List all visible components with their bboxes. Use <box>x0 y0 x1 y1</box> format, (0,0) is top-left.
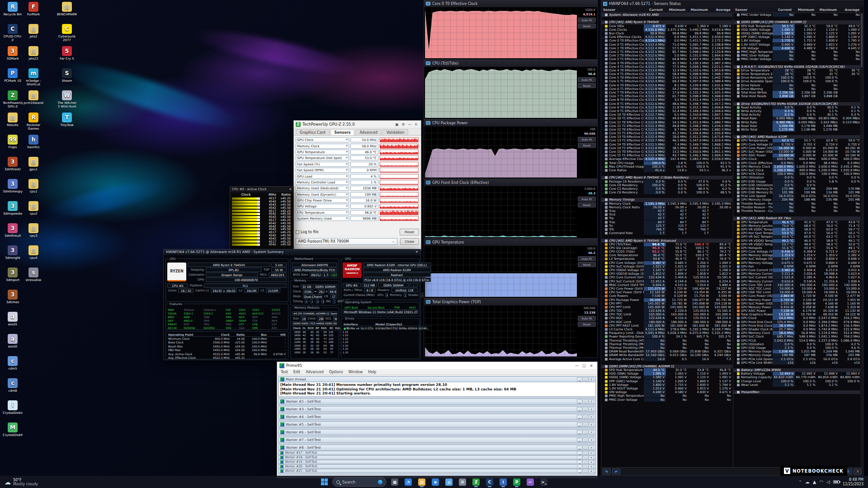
sensor-row[interactable]: CPU TDC122.634 A2.229 A125.053 A55.591 A <box>601 309 732 313</box>
taskbar-clock[interactable]: 8:48 PM 11/21/2023 <box>843 478 863 487</box>
gpuz-tab-advanced[interactable]: Advanced <box>355 129 382 135</box>
sensor-row[interactable]: Trc125 T125 T125 T <box>601 224 732 228</box>
sensor-row[interactable]: Frequency Limit - Global5,091.9 MHz5,028… <box>601 331 732 335</box>
sensor-row[interactable]: GPU SOC TDC Limit53.000 A53.000 A53.000 … <box>733 287 861 291</box>
sensor-row[interactable]: GPU SoC Voltage (VDDCR_SOC)0.687 V0.685 … <box>733 257 861 261</box>
worker-window[interactable]: Worker #7 - Self-Test▁□✕ <box>278 437 596 443</box>
sensor-row[interactable]: GPU Core Power (VDDCR_GFX)56.000 W0.000 … <box>733 146 861 150</box>
minimize-icon[interactable]: ▁ <box>577 460 582 464</box>
gpuz-device-dropdown[interactable]: AMD Radeon(TM) RX 7900M <box>296 238 397 245</box>
sensor-row[interactable]: GPU Core TDC Limit192.000 A192.000 A192.… <box>733 283 861 287</box>
sensor-row[interactable]: Drive Temperature 228 °C28 °C31 °C30 °C <box>733 72 861 76</box>
sensor-row[interactable]: CPU Core Power (SVI3 TFN)121.073 W1.720 … <box>601 287 732 291</box>
sensor-row[interactable]: ›L3 Temperatures93.8 °C46.9 °C97.6 °C76.… <box>601 257 732 261</box>
sensor-row[interactable]: 1.8V Voltage1.800 V1.755 V1.830 V1.794 V <box>601 383 732 387</box>
sensor-row[interactable]: GPU SoC Clock1,200.0 MHz400.0 MHz1,200.0… <box>733 169 861 172</box>
sensor-row[interactable]: Trcd42 T42 T42 T <box>601 213 732 216</box>
sensor-row[interactable]: GPU D3D Usage2.3 %0.0 %100.0 %4.6 % <box>733 346 861 350</box>
sensor-row[interactable]: Power Reporting Deviation (Accuracy)100.… <box>601 335 732 338</box>
desktop-icon[interactable]: 33dmfirestr <box>3 157 23 171</box>
maximize-icon[interactable]: □ <box>583 460 588 464</box>
sensor-row[interactable]: CPU SoC Power (SVI3 TFN)12.165 W4.234 W1… <box>601 291 732 294</box>
close-icon[interactable]: ✕ <box>415 250 418 255</box>
minimize-icon[interactable]: ▁ <box>577 415 582 419</box>
sensor-row[interactable]: GPU Core Voltage (VDDCR_GFX)0.436 V0.309… <box>733 250 861 253</box>
worker-window[interactable]: Worker #21 - Self-Test▁□✕ <box>278 469 596 473</box>
sensor-row[interactable]: GPU Core Voltage (VDDCR_GFX)0.720 V0.701… <box>733 143 861 146</box>
sensor-row[interactable]: Charge Level100.0 %100.0 %100.0 %100.0 % <box>733 380 861 383</box>
desktop-icon[interactable]: FFurMark <box>24 2 43 16</box>
desktop-icon[interactable]: SSteam <box>57 68 77 83</box>
sensors-column-right[interactable]: PMIC Under VoltageNoNoNoNo⌄DDR5 DIMM [#1… <box>733 13 861 467</box>
sensor-row[interactable]: VDD (SWA) Voltage1.095 V1.065 V1.110 V1.… <box>601 372 732 375</box>
sensor-row[interactable]: Core 2 T0 Effective Clock4,512.6 MHz5.0 … <box>601 54 732 57</box>
sensor-row[interactable]: GPU Core Power (VDDCR_GFX)2.883 W1.720 W… <box>733 294 861 298</box>
desktop-icon[interactable]: ▤cpu1 <box>24 179 43 193</box>
sensor-group-header[interactable]: ⌄Battery: SMP-CC04.3FB06 <box>733 368 861 372</box>
sensor-group-header[interactable]: ⌄Memory Timings <box>601 198 732 202</box>
sensor-row[interactable]: Core 14 T1 Effective Clock4,512.8 MHz38.… <box>601 146 732 150</box>
worker-window[interactable]: Worker #19 - Self-Test▁□✕ <box>278 460 596 464</box>
reset-button[interactable]: Reset <box>578 83 596 88</box>
sensor-label-dropdown[interactable]: Memory Clock <box>296 144 349 149</box>
close-icon[interactable]: ✕ <box>589 465 594 469</box>
sensor-row[interactable]: GPU VCN Clock100.0 MHz100.0 MHz100.0 MHz… <box>733 172 861 176</box>
close-icon[interactable]: ✕ <box>589 438 594 442</box>
graph-panel[interactable]: GPU Front End Clock (Effective)3,000.028… <box>424 179 598 239</box>
sensor-row[interactable]: Write Activity0.3 %0.0 %5.1 %0.1 % <box>733 109 861 113</box>
close-icon[interactable]: ✕ <box>589 446 594 450</box>
sensor-group-header[interactable]: ⌄CPU [#0]: AMD Ryzen 9 7945HX <box>601 20 732 24</box>
sensor-row[interactable]: Write Rate0.480 MB/s0.000 MB/s5.932 MB/s… <box>733 120 861 124</box>
sensor-row[interactable]: GPU Temperature62.3 °C55.5 °C62.8 °C59.0… <box>733 139 861 142</box>
close-icon[interactable]: ✕ <box>589 469 594 473</box>
sensor-row[interactable]: CPU Core Current (SVI3 TFN)122.634 A2.40… <box>601 276 732 279</box>
sensor-row[interactable]: Core 11 T0 Effective Clock4,512.8 MHz14.… <box>601 120 732 124</box>
desktop-icon[interactable]: TTinyTask <box>57 113 77 127</box>
onedrive-icon[interactable]: ☁ <box>805 479 810 484</box>
minimize-icon[interactable]: ▁ <box>577 469 582 473</box>
sensor-row[interactable]: Max CPU/Thread Usage100.0 %19.4 %100.0 %… <box>601 165 732 169</box>
sensor-group-header[interactable]: ›PresentMon <box>733 390 861 394</box>
sensor-row[interactable]: CPU PPT FAST Limit181.000 W181.000 W181.… <box>601 324 732 328</box>
sensor-row[interactable]: Core 12 T0 Effective Clock4,512.6 MHz9.7… <box>601 128 732 131</box>
sensor-label-dropdown[interactable]: System Memory Used <box>296 216 349 221</box>
sensor-row[interactable]: Core 0 T1 Effective Clock4,512.4 MHz71.0… <box>601 43 732 47</box>
sensor-row[interactable]: PCIe Link Speed16.0 GT/s16.0 GT/s16.0 GT… <box>733 194 861 198</box>
weather-widget[interactable]: ☁ 50°F Mostly cloudy <box>0 478 42 486</box>
taskbar-icon-task-view[interactable]: ▦ <box>389 477 400 488</box>
sensor-group-header[interactable]: ⌄System: Alienware m18 R1 AMD <box>601 13 732 17</box>
sensor-row[interactable]: GPU Memory Usage204 MB188 MB235 MB201 MB <box>733 198 861 202</box>
desktop-icon[interactable]: 33dmnight <box>3 245 23 260</box>
sensor-row[interactable]: CPU PPT Limit145.000 W145.000 W145.000 W… <box>601 305 732 309</box>
menu-edit[interactable]: Edit <box>293 370 301 374</box>
gpuz-close-button[interactable]: Close <box>400 238 419 245</box>
sensor-row[interactable]: GPU Memory Voltage (VDDIO)1.253 V1.253 V… <box>733 253 861 257</box>
sensor-row[interactable]: Read Total3,499 MB3,178 MB3,499 MB <box>733 124 861 128</box>
taskbar-icon-settings[interactable]: ⚙ <box>457 477 468 488</box>
minimize-icon[interactable]: ▁ <box>577 430 582 434</box>
sensor-row[interactable]: GPU Fan0 RPM0 RPM0 RPM0 RPM <box>733 265 861 268</box>
sensor-row[interactable]: Core 12 T1 Effective Clock4,512.9 MHz41.… <box>601 131 732 135</box>
desktop-icon[interactable]: PPCMark 10 <box>3 68 23 83</box>
sensor-row[interactable]: GPU D3D Memory Dedicated172 MB157 MB204 … <box>733 187 861 191</box>
maximize-icon[interactable]: □ <box>580 364 588 368</box>
minimize-icon[interactable]: ▁ <box>577 438 582 442</box>
sensor-row[interactable]: Core 7 T1 Effective Clock4,512.3 MHz61.7… <box>601 94 732 98</box>
maximize-icon[interactable]: □ <box>583 455 588 460</box>
sensor-label-dropdown[interactable]: Memory Controller Load <box>296 180 349 185</box>
gpuz-titlebar[interactable]: Z TechPowerUp GPU-Z 2.55.0 ▣ ⚙ — ✕ <box>294 121 421 128</box>
menu-test[interactable]: Test <box>281 370 288 374</box>
sensor-row[interactable]: ›Core Temperatures96.4 °C55.0 °C100.3 °C… <box>601 253 732 257</box>
sensor-row[interactable]: Core 5 T1 Effective Clock4,512.4 MHz69.3… <box>601 80 732 83</box>
close-icon[interactable]: ✕ <box>589 422 594 427</box>
close-icon[interactable]: ✕ <box>589 460 594 464</box>
autofit-button[interactable]: Auto Fit <box>578 256 596 261</box>
worker-window[interactable]: Worker #20 - Self-Test▁□✕ <box>278 465 596 469</box>
desktop-icon[interactable]: CCPUID CPU-Z <box>3 24 23 42</box>
camera-icon[interactable]: ▣ <box>394 122 400 127</box>
graph-panel[interactable]: CPU Package Power20096.046Auto FitReset <box>424 119 598 179</box>
sensor-row[interactable]: VDD (SWA) Voltage1.095 V1.050 V1.110 V1.… <box>733 28 861 32</box>
sensor-row[interactable]: Total Graphics Power (TGP)13.138 W10.793… <box>733 313 861 316</box>
desktop-icon[interactable]: 33DMark <box>3 46 23 61</box>
prime95-titlebar[interactable]: Prime95 — □ ✕ <box>277 362 597 369</box>
